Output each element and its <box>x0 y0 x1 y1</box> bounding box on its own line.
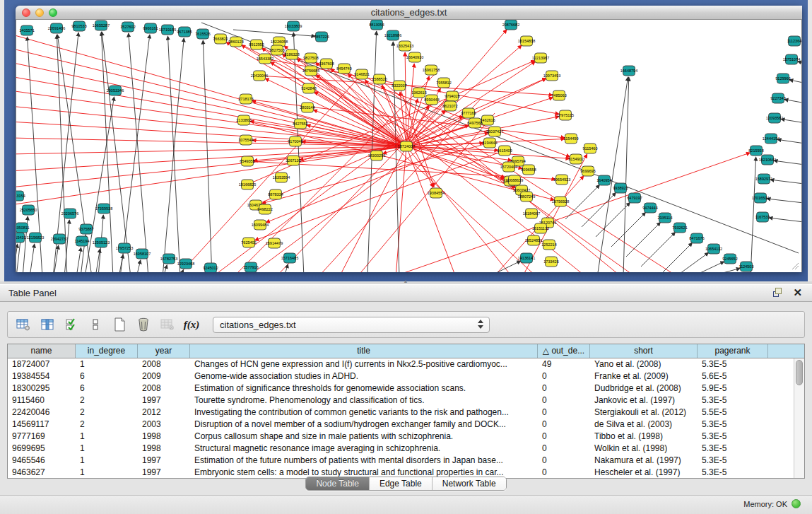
table-vertical-scrollbar[interactable] <box>794 358 804 478</box>
table-cell[interactable]: 9777169 <box>8 431 76 443</box>
table-cell[interactable]: 0 <box>538 455 590 467</box>
select-all-checklist-button[interactable] <box>61 315 81 334</box>
float-panel-icon[interactable] <box>773 288 783 298</box>
table-cell[interactable]: 1997 <box>138 395 190 407</box>
table-cell[interactable]: Dudbridge et al. (2008) <box>590 382 698 395</box>
table-cell[interactable]: Changes of HCN gene expression and I(f) … <box>190 358 538 370</box>
network-svg[interactable]: 1405571226914069810533106552871527602696… <box>16 20 801 272</box>
column-header-name[interactable]: name <box>8 344 76 358</box>
table-cell[interactable]: Estimation of significance thresholds fo… <box>190 382 538 395</box>
table-cell[interactable]: 9465546 <box>8 455 76 467</box>
table-cell[interactable]: Structural magnetic resonance image aver… <box>190 443 538 455</box>
table-cell[interactable]: Disruption of a novel member of a sodium… <box>190 419 538 431</box>
close-panel-icon[interactable]: ✕ <box>793 288 802 298</box>
column-header-in_degree[interactable]: in_degree <box>76 344 138 358</box>
table-cell[interactable]: 5.3E-5 <box>698 431 768 443</box>
table-cell[interactable]: 9699695 <box>8 443 76 455</box>
scrollbar-thumb[interactable] <box>796 360 803 385</box>
table-cell[interactable]: 14569117 <box>8 419 76 431</box>
column-header-pagerank[interactable]: pagerank <box>698 344 768 358</box>
table-cell[interactable]: Estimation of the future numbers of pati… <box>190 455 538 467</box>
table-cell[interactable]: 2 <box>76 419 138 431</box>
table-cell[interactable]: 2009 <box>138 370 190 382</box>
table-cell[interactable]: Tibbo et al. (1998) <box>590 431 698 443</box>
table-cell[interactable]: 0 <box>538 382 590 395</box>
table-cell[interactable]: 5.3E-5 <box>698 395 768 407</box>
table-cell[interactable]: 18300295 <box>8 382 76 395</box>
table-cell[interactable]: Investigating the contribution of common… <box>190 407 538 419</box>
column-header-short[interactable]: short <box>590 344 698 358</box>
table-cell[interactable]: 0 <box>538 431 590 443</box>
network-window-titlebar[interactable]: citations_edges.txt <box>16 6 802 20</box>
table-cell[interactable]: 0 <box>538 395 590 407</box>
column-header-out_de[interactable]: △ out_de... <box>538 344 590 358</box>
table-row[interactable]: 1872400712008Changes of HCN gene express… <box>8 358 804 370</box>
table-cell[interactable]: 0 <box>538 407 590 419</box>
table-cell[interactable]: 2008 <box>138 382 190 395</box>
table-cell[interactable]: Wolkin et al. (1998) <box>590 443 698 455</box>
network-canvas[interactable]: 1405571226914069810533106552871527602696… <box>16 20 802 272</box>
function-builder-button[interactable]: f(x) <box>182 315 201 334</box>
table-cell[interactable]: 5.3E-5 <box>698 419 768 431</box>
table-selector-combobox[interactable]: citations_edges.txt <box>213 317 490 333</box>
table-cell[interactable]: 19384554 <box>8 370 76 382</box>
table-cell[interactable]: 5.3E-5 <box>698 443 768 455</box>
column-header-year[interactable]: year <box>138 344 190 358</box>
table-row[interactable]: 911546021997Tourette syndrome. Phenomeno… <box>8 395 804 407</box>
table-cell[interactable]: 1 <box>76 431 138 443</box>
table-cell[interactable]: 1 <box>76 443 138 455</box>
table-cell[interactable]: 1 <box>76 455 138 467</box>
resize-grip-icon[interactable] <box>791 262 799 270</box>
table-cell[interactable]: 22420046 <box>8 407 76 419</box>
table-cell[interactable]: 6 <box>76 382 138 395</box>
table-cell[interactable]: 5.5E-5 <box>698 407 768 419</box>
table-cell[interactable]: 0 <box>538 370 590 382</box>
tab-edge-table[interactable]: Edge Table <box>370 477 433 490</box>
table-cell[interactable]: 1998 <box>138 443 190 455</box>
table-row[interactable]: 969969511998Structural magnetic resonanc… <box>8 443 804 455</box>
create-column-button[interactable] <box>110 315 129 334</box>
table-cell[interactable]: Nakamura et al. (1997) <box>590 455 698 467</box>
table-cell[interactable]: 18724007 <box>8 358 76 370</box>
table-cell[interactable]: 1997 <box>138 455 190 467</box>
table-cell[interactable]: 9115460 <box>8 395 76 407</box>
table-cell[interactable]: 5.3E-5 <box>698 455 768 467</box>
table-cell[interactable]: 6 <box>76 370 138 382</box>
table-cell[interactable]: 2 <box>76 395 138 407</box>
table-cell[interactable]: Corpus callosum shape and size in male p… <box>190 431 538 443</box>
table-cell[interactable]: 5.9E-5 <box>698 382 768 395</box>
table-row[interactable]: 1456911722003Disruption of a novel membe… <box>8 419 804 431</box>
table-cell[interactable]: 1998 <box>138 431 190 443</box>
table-cell[interactable]: 0 <box>538 443 590 455</box>
tab-node-table[interactable]: Node Table <box>306 477 370 490</box>
table-row[interactable]: 977716911998Corpus callosum shape and si… <box>8 431 804 443</box>
table-cell[interactable]: Stergiakouli et al. (2012) <box>590 407 698 419</box>
table-row[interactable]: 946554611997Estimation of the future num… <box>8 455 804 467</box>
table-cell[interactable]: Yano et al. (2008) <box>590 358 698 370</box>
table-cell[interactable]: 49 <box>538 358 590 370</box>
table-row[interactable]: 1830029562008Estimation of significance … <box>8 382 804 395</box>
tab-network-table[interactable]: Network Table <box>433 477 506 490</box>
table-cell[interactable]: de Silva et al. (2003) <box>590 419 698 431</box>
table-cell[interactable]: Tourette syndrome. Phenomenology and cla… <box>190 395 538 407</box>
table-cell[interactable]: 5.3E-5 <box>698 358 768 370</box>
table-cell[interactable]: 5.6E-5 <box>698 370 768 382</box>
memory-status-indicator[interactable] <box>792 499 801 508</box>
delete-column-button[interactable] <box>134 315 153 334</box>
row-options-button[interactable] <box>86 315 105 334</box>
table-cell[interactable]: 1 <box>76 358 138 370</box>
table-cell[interactable]: 2 <box>76 407 138 419</box>
table-mode-button[interactable] <box>13 315 33 334</box>
table-cell[interactable]: Jankovic et al. (1997) <box>590 395 698 407</box>
table-row[interactable]: 1938455462009Genome-wide association stu… <box>8 370 804 382</box>
table-cell[interactable]: Genome-wide association studies in ADHD. <box>190 370 538 382</box>
table-cell[interactable]: 2012 <box>138 407 190 419</box>
zoom-window-button[interactable] <box>49 8 57 17</box>
import-table-button[interactable] <box>158 315 177 334</box>
show-columns-button[interactable] <box>37 315 57 334</box>
table-cell[interactable]: Franke et al. (2009) <box>590 370 698 382</box>
minimize-window-button[interactable] <box>35 8 44 17</box>
table-cell[interactable]: 2003 <box>138 419 190 431</box>
table-cell[interactable]: 2008 <box>138 358 190 370</box>
table-row[interactable]: 2242004622012Investigating the contribut… <box>8 407 804 419</box>
